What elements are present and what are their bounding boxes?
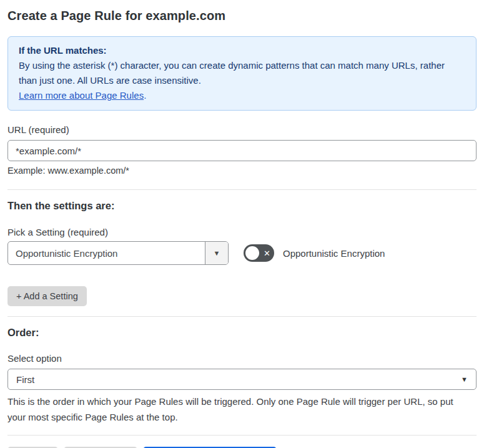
footer-divider: [7, 435, 477, 436]
url-input[interactable]: [7, 140, 477, 161]
order-description: This is the order in which your Page Rul…: [7, 394, 473, 425]
toggle-label: Opportunistic Encryption: [283, 248, 385, 259]
order-select-label: Select option: [7, 353, 477, 364]
toggle-off-x-icon: ✕: [264, 249, 270, 257]
order-select-value: First: [16, 374, 34, 385]
opportunistic-encryption-toggle[interactable]: ✕: [244, 244, 274, 262]
order-section-heading: Order:: [7, 327, 477, 339]
pick-setting-label: Pick a Setting (required): [7, 227, 477, 237]
toggle-knob: [245, 246, 259, 260]
chevron-down-icon: ▼: [461, 376, 468, 383]
section-divider: [7, 189, 477, 190]
order-select[interactable]: First ▼: [7, 369, 477, 390]
setting-select-arrow-button[interactable]: ▼: [205, 242, 228, 264]
url-matches-callout: If the URL matches: By using the asteris…: [7, 36, 477, 111]
callout-link-suffix: .: [144, 90, 146, 101]
learn-more-page-rules-link[interactable]: Learn more about Page Rules: [19, 90, 144, 101]
add-setting-button[interactable]: + Add a Setting: [7, 286, 87, 306]
chevron-down-icon: ▼: [214, 249, 220, 257]
section-divider: [7, 316, 477, 317]
url-field-label: URL (required): [7, 124, 477, 135]
settings-section-heading: Then the settings are:: [7, 200, 477, 212]
create-page-rule-panel: Create a Page Rule for example.com If th…: [0, 7, 484, 448]
page-title: Create a Page Rule for example.com: [7, 7, 477, 24]
callout-link-line: Learn more about Page Rules.: [19, 88, 465, 103]
setting-row: Opportunistic Encryption ▼ ✕ Opportunist…: [7, 241, 477, 265]
setting-select-value: Opportunistic Encryption: [8, 242, 205, 264]
callout-body: By using the asterisk (*) character, you…: [19, 58, 465, 88]
url-example-hint: Example: www.example.com/*: [7, 166, 477, 176]
callout-heading: If the URL matches:: [19, 43, 465, 58]
setting-select[interactable]: Opportunistic Encryption ▼: [7, 241, 229, 265]
